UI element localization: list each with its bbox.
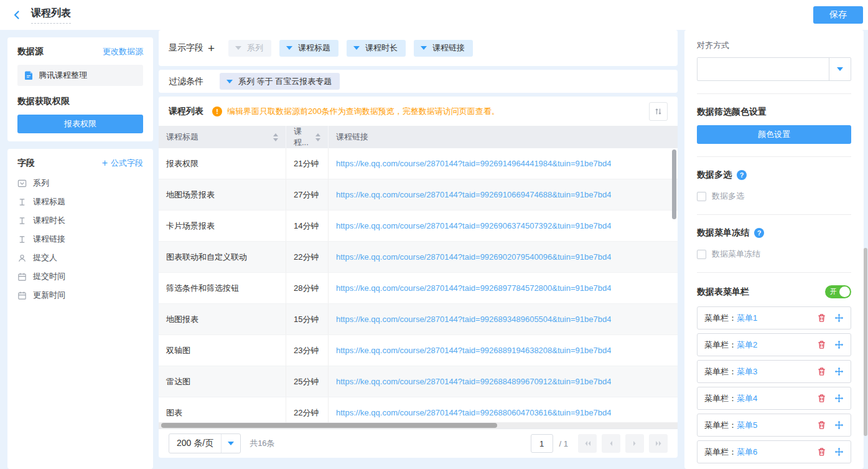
color-settings-button[interactable]: 颜色设置 bbox=[697, 125, 851, 144]
back-button[interactable] bbox=[11, 9, 22, 21]
freeze-checkbox-row[interactable]: 数据菜单冻结 bbox=[697, 249, 851, 260]
page-size-select[interactable]: 200 条/页 bbox=[169, 433, 241, 453]
table-horizontal-scrollbar[interactable] bbox=[161, 423, 497, 428]
sort-icon[interactable] bbox=[273, 133, 278, 141]
course-duration-cell: 27分钟 bbox=[286, 179, 329, 210]
course-link[interactable]: https://ke.qq.com/course/2870144?taid=99… bbox=[336, 221, 611, 230]
chevron-left-icon bbox=[11, 9, 22, 21]
chevron-down-icon bbox=[226, 80, 233, 83]
field-item-6[interactable]: 提交时间 bbox=[17, 267, 143, 286]
plus-icon: + bbox=[102, 158, 108, 168]
change-datasource-link[interactable]: 更改数据源 bbox=[103, 46, 143, 57]
field-item-1[interactable]: 系列 bbox=[17, 174, 143, 192]
chevron-down-icon bbox=[286, 46, 292, 50]
move-icon[interactable] bbox=[834, 420, 844, 430]
course-link[interactable]: https://ke.qq.com/course/2870144?taid=99… bbox=[336, 283, 611, 293]
course-link-cell: https://ke.qq.com/course/2870144?taid=99… bbox=[329, 304, 678, 334]
delete-icon[interactable] bbox=[817, 313, 826, 323]
field-label: 系列 bbox=[33, 178, 49, 189]
course-link[interactable]: https://ke.qq.com/course/2870144?taid=99… bbox=[336, 408, 611, 417]
filter-label: 过滤条件 bbox=[169, 76, 203, 87]
field-item-4[interactable]: 课程链接 bbox=[17, 230, 143, 249]
table-row: 图表22分钟https://ke.qq.com/course/2870144?t… bbox=[159, 397, 678, 422]
move-icon[interactable] bbox=[834, 394, 844, 403]
add-formula-field-link[interactable]: +公式字段 bbox=[102, 158, 143, 169]
first-page-button[interactable] bbox=[578, 434, 597, 453]
delete-icon[interactable] bbox=[817, 367, 826, 376]
move-icon[interactable] bbox=[834, 313, 844, 323]
field-item-2[interactable]: 课程标题 bbox=[17, 192, 143, 211]
move-icon[interactable] bbox=[834, 367, 844, 376]
select-icon bbox=[17, 179, 27, 188]
column-header-2[interactable]: 课程... bbox=[286, 126, 329, 148]
chevron-right-icon bbox=[631, 440, 638, 447]
course-link[interactable]: https://ke.qq.com/course/2870144?taid=99… bbox=[336, 190, 611, 199]
course-link-cell: https://ke.qq.com/course/2870144?taid=99… bbox=[329, 273, 678, 303]
menu-item-name[interactable]: 菜单3 bbox=[737, 366, 757, 377]
display-field-tag-1[interactable]: 系列 bbox=[228, 40, 271, 57]
multi-select-checkbox-row[interactable]: 数据多选 bbox=[697, 191, 851, 202]
text-icon bbox=[17, 216, 27, 225]
last-page-button[interactable] bbox=[649, 434, 668, 453]
calendar-icon bbox=[17, 291, 27, 300]
page-number-input[interactable] bbox=[531, 434, 553, 453]
course-link[interactable]: https://ke.qq.com/course/2870144?taid=99… bbox=[336, 252, 611, 262]
next-page-button[interactable] bbox=[625, 434, 644, 453]
menu-item-name[interactable]: 菜单6 bbox=[737, 447, 757, 458]
delete-icon[interactable] bbox=[817, 447, 826, 457]
delete-icon[interactable] bbox=[817, 340, 826, 349]
field-item-7[interactable]: 更新时间 bbox=[17, 286, 143, 305]
menu-item-name[interactable]: 菜单1 bbox=[737, 313, 757, 324]
text-icon bbox=[17, 235, 27, 244]
datasource-item[interactable]: 腾讯课程整理 bbox=[17, 65, 143, 86]
menu-item-5: 菜单栏：菜单5 bbox=[697, 414, 851, 437]
menu-item-prefix: 菜单栏： bbox=[704, 447, 737, 458]
course-link[interactable]: https://ke.qq.com/course/2870144?taid=99… bbox=[336, 159, 611, 168]
menu-item-name[interactable]: 菜单2 bbox=[737, 339, 757, 351]
course-link[interactable]: https://ke.qq.com/course/2870144?taid=99… bbox=[336, 346, 611, 355]
column-header-1[interactable]: 课程标题 bbox=[159, 126, 286, 148]
alignment-select[interactable] bbox=[697, 57, 851, 81]
display-field-tag-4[interactable]: 课程链接 bbox=[414, 40, 473, 57]
course-duration-cell: 22分钟 bbox=[286, 397, 329, 422]
course-duration-cell: 28分钟 bbox=[286, 273, 329, 303]
add-display-field-button[interactable]: + bbox=[208, 42, 215, 54]
display-field-tag-2[interactable]: 课程标题 bbox=[279, 40, 338, 57]
sort-icon[interactable] bbox=[315, 133, 320, 141]
filter-condition-tag[interactable]: 系列 等于 百宝云报表专题 bbox=[220, 73, 340, 90]
filter-condition-text: 系列 等于 百宝云报表专题 bbox=[238, 76, 332, 87]
menu-item-prefix: 菜单栏： bbox=[704, 366, 737, 377]
double-chevron-right-icon bbox=[655, 440, 663, 447]
toggle-knob bbox=[839, 287, 850, 297]
page-scrollbar[interactable] bbox=[864, 248, 867, 436]
delete-icon[interactable] bbox=[817, 394, 826, 403]
display-field-tag-3[interactable]: 课程时长 bbox=[347, 40, 406, 57]
tag-label: 系列 bbox=[247, 42, 263, 54]
field-item-3[interactable]: 课程时长 bbox=[17, 211, 143, 230]
menu-bar-toggle[interactable]: 开 bbox=[825, 285, 851, 298]
field-item-5[interactable]: 提交人 bbox=[17, 249, 143, 267]
menu-item-prefix: 菜单栏： bbox=[704, 420, 737, 431]
menu-item-name[interactable]: 菜单5 bbox=[737, 420, 757, 431]
course-link[interactable]: https://ke.qq.com/course/2870144?taid=99… bbox=[336, 377, 611, 386]
fields-list: 系列课程标题课程时长课程链接提交人提交时间更新时间 bbox=[17, 174, 143, 305]
help-icon[interactable]: ? bbox=[737, 170, 747, 180]
display-field-tags: 系列课程标题课程时长课程链接 bbox=[228, 40, 473, 57]
help-icon[interactable]: ? bbox=[754, 228, 764, 238]
course-title-cell: 图表 bbox=[159, 397, 286, 422]
page-size-value: 200 条/页 bbox=[169, 434, 221, 453]
move-icon[interactable] bbox=[834, 340, 844, 349]
menu-item-name[interactable]: 菜单4 bbox=[737, 393, 757, 404]
prev-page-button[interactable] bbox=[602, 434, 620, 453]
delete-icon[interactable] bbox=[817, 420, 826, 430]
table-header-row: 课程标题课程...课程链接 bbox=[159, 126, 678, 148]
course-link[interactable]: https://ke.qq.com/course/2870144?taid=99… bbox=[336, 315, 611, 324]
move-icon[interactable] bbox=[834, 447, 844, 457]
table-vertical-scrollbar[interactable] bbox=[672, 149, 676, 219]
sort-order-button[interactable] bbox=[649, 102, 668, 121]
tag-label: 课程时长 bbox=[365, 42, 398, 54]
course-link-cell: https://ke.qq.com/course/2870144?taid=99… bbox=[329, 148, 678, 179]
chevron-down-icon bbox=[221, 434, 240, 453]
save-button[interactable]: 保存 bbox=[813, 6, 863, 24]
report-permission-button[interactable]: 报表权限 bbox=[17, 115, 143, 133]
